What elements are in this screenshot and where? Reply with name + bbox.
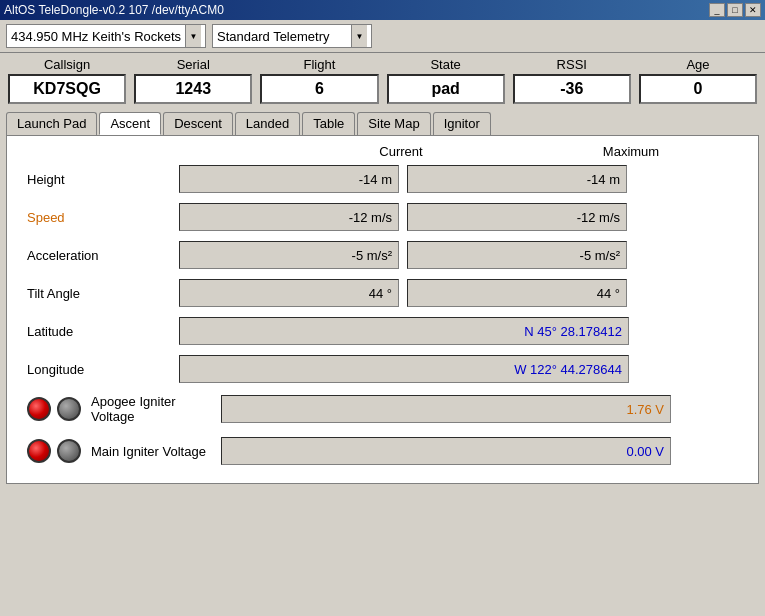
- current-col-header: Current: [286, 144, 516, 159]
- speed-row: Speed -12 m/s -12 m/s: [19, 201, 746, 233]
- speed-current: -12 m/s: [179, 203, 399, 231]
- rssi-value: -36: [513, 74, 631, 104]
- tab-landed[interactable]: Landed: [235, 112, 300, 135]
- height-current: -14 m: [179, 165, 399, 193]
- apogee-igniter-row: Apogee Igniter Voltage 1.76 V: [19, 391, 746, 427]
- tilt-label: Tilt Angle: [19, 286, 179, 301]
- latitude-value: N 45° 28.178412: [179, 317, 629, 345]
- flight-label: Flight: [304, 57, 336, 72]
- main-led-red: [27, 439, 51, 463]
- callsign-col: Callsign KD7SQG: [8, 57, 126, 104]
- acceleration-row: Acceleration -5 m/s² -5 m/s²: [19, 239, 746, 271]
- apogee-led-red: [27, 397, 51, 421]
- frequency-select[interactable]: 434.950 MHz Keith's Rockets ▼: [6, 24, 206, 48]
- main-igniter-row: Main Igniter Voltage 0.00 V: [19, 433, 746, 469]
- longitude-label: Longitude: [19, 362, 179, 377]
- toolbar: 434.950 MHz Keith's Rockets ▼ Standard T…: [0, 20, 765, 53]
- rssi-col: RSSI -36: [513, 57, 631, 104]
- apogee-igniter-value: 1.76 V: [221, 395, 671, 423]
- longitude-row: Longitude W 122° 44.278644: [19, 353, 746, 385]
- frequency-value: 434.950 MHz Keith's Rockets: [11, 29, 181, 44]
- age-value: 0: [639, 74, 757, 104]
- main-led-group: [27, 439, 81, 463]
- title-text: AltOS TeleDongle-v0.2 107 /dev/ttyACM0: [4, 3, 224, 17]
- tilt-maximum: 44 °: [407, 279, 627, 307]
- minimize-button[interactable]: _: [709, 3, 725, 17]
- latitude-row: Latitude N 45° 28.178412: [19, 315, 746, 347]
- acceleration-maximum: -5 m/s²: [407, 241, 627, 269]
- mode-select[interactable]: Standard Telemetry ▼: [212, 24, 372, 48]
- tilt-row: Tilt Angle 44 ° 44 °: [19, 277, 746, 309]
- window-controls: _ □ ✕: [709, 3, 761, 17]
- callsign-value: KD7SQG: [8, 74, 126, 104]
- main-igniter-value: 0.00 V: [221, 437, 671, 465]
- height-maximum: -14 m: [407, 165, 627, 193]
- state-label: State: [430, 57, 460, 72]
- age-col: Age 0: [639, 57, 757, 104]
- state-value: pad: [387, 74, 505, 104]
- speed-maximum: -12 m/s: [407, 203, 627, 231]
- tab-ascent[interactable]: Ascent: [99, 112, 161, 135]
- header-row: Callsign KD7SQG Serial 1243 Flight 6 Sta…: [8, 57, 757, 104]
- serial-label: Serial: [177, 57, 210, 72]
- main-panel: Current Maximum Height -14 m -14 m Speed…: [6, 135, 759, 484]
- tilt-current: 44 °: [179, 279, 399, 307]
- apogee-led-group: [27, 397, 81, 421]
- rssi-label: RSSI: [557, 57, 587, 72]
- serial-value: 1243: [134, 74, 252, 104]
- flight-col: Flight 6: [260, 57, 378, 104]
- maximize-button[interactable]: □: [727, 3, 743, 17]
- frequency-arrow-icon: ▼: [185, 25, 201, 47]
- apogee-led-gray: [57, 397, 81, 421]
- age-label: Age: [686, 57, 709, 72]
- tab-descent[interactable]: Descent: [163, 112, 233, 135]
- state-col: State pad: [387, 57, 505, 104]
- height-label: Height: [19, 172, 179, 187]
- height-row: Height -14 m -14 m: [19, 163, 746, 195]
- apogee-igniter-label: Apogee Igniter Voltage: [91, 394, 221, 424]
- col-headers: Current Maximum: [19, 144, 746, 163]
- longitude-value: W 122° 44.278644: [179, 355, 629, 383]
- main-led-gray: [57, 439, 81, 463]
- tabs-bar: Launch Pad Ascent Descent Landed Table S…: [0, 108, 765, 135]
- tab-site-map[interactable]: Site Map: [357, 112, 430, 135]
- callsign-label: Callsign: [44, 57, 90, 72]
- serial-col: Serial 1243: [134, 57, 252, 104]
- acceleration-current: -5 m/s²: [179, 241, 399, 269]
- close-button[interactable]: ✕: [745, 3, 761, 17]
- maximum-col-header: Maximum: [516, 144, 746, 159]
- mode-value: Standard Telemetry: [217, 29, 330, 44]
- speed-label: Speed: [19, 210, 179, 225]
- tab-ignitor[interactable]: Ignitor: [433, 112, 491, 135]
- mode-arrow-icon: ▼: [351, 25, 367, 47]
- flight-value: 6: [260, 74, 378, 104]
- title-bar: AltOS TeleDongle-v0.2 107 /dev/ttyACM0 _…: [0, 0, 765, 20]
- latitude-label: Latitude: [19, 324, 179, 339]
- tab-table[interactable]: Table: [302, 112, 355, 135]
- acceleration-label: Acceleration: [19, 248, 179, 263]
- tab-launch-pad[interactable]: Launch Pad: [6, 112, 97, 135]
- header-panel: Callsign KD7SQG Serial 1243 Flight 6 Sta…: [0, 53, 765, 108]
- main-igniter-label: Main Igniter Voltage: [91, 444, 221, 459]
